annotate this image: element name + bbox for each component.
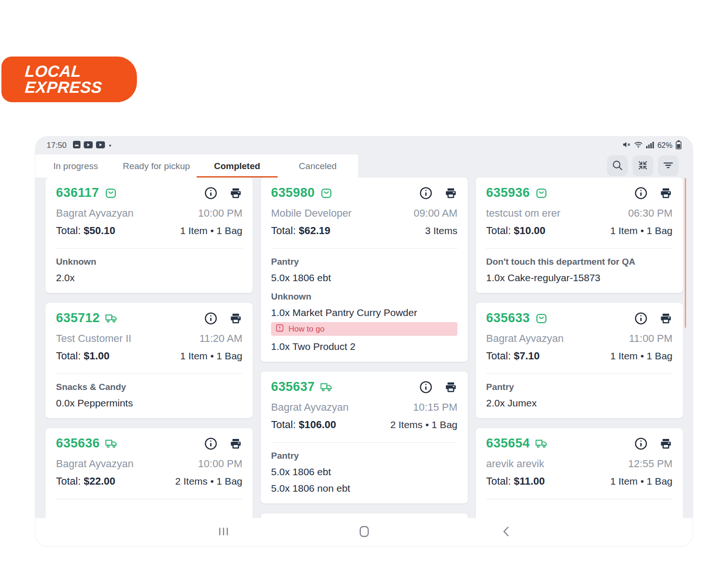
divider: [271, 442, 457, 443]
department-label: Pantry: [486, 382, 672, 392]
search-button[interactable]: [607, 155, 628, 176]
play-notification-icon: [96, 141, 105, 150]
order-info-button[interactable]: [634, 311, 648, 325]
order-info-button[interactable]: [204, 437, 218, 451]
divider: [56, 499, 242, 499]
status-bar: 17:50 62%: [35, 137, 693, 154]
item-warning-chip: How to go: [271, 322, 457, 336]
bag-icon: [535, 187, 548, 199]
order-info-button[interactable]: [419, 186, 433, 200]
card-header: 635633: [486, 311, 672, 325]
customer-name: Mobile Developer: [271, 207, 352, 219]
order-item: 2.0x: [56, 272, 242, 284]
back-button[interactable]: [500, 524, 512, 541]
status-time: 17:50: [47, 141, 67, 150]
warning-text: How to go: [288, 324, 325, 334]
print-order-button[interactable]: [444, 381, 457, 394]
orders-column: 636117Bagrat Ayvazyan10:00 PMTotal: $50.…: [46, 178, 253, 518]
items-bags-count: 1 Item • 1 Bag: [610, 225, 672, 236]
order-info-button[interactable]: [419, 380, 433, 394]
android-nav-bar: [35, 518, 693, 546]
order-card[interactable]: 636117Bagrat Ayvazyan10:00 PMTotal: $50.…: [46, 178, 253, 293]
tab-in-progress[interactable]: In progress: [35, 154, 116, 178]
recents-icon: [218, 527, 229, 538]
card-header: 635980: [271, 186, 457, 200]
order-card[interactable]: 635980Mobile Developer09:00 AMTotal: $62…: [261, 178, 468, 362]
total-amount: $10.00: [514, 225, 545, 236]
order-card[interactable]: 635936testcust om erer06:30 PMTotal: $10…: [476, 178, 683, 293]
items-bags-count: 3 Items: [425, 225, 457, 236]
divider: [486, 248, 672, 249]
order-time: 11:20 AM: [200, 333, 242, 345]
customer-name: Test Customer II: [56, 333, 131, 345]
order-number: 635712: [56, 311, 100, 325]
order-card[interactable]: 635654arevik arevik12:55 PMTotal: $11.00…: [476, 428, 683, 518]
total-amount: $1.00: [84, 350, 110, 362]
order-info-button[interactable]: [204, 186, 218, 200]
scrollbar-thumb[interactable]: [685, 178, 686, 328]
print-order-button[interactable]: [659, 437, 672, 450]
play-notification-icon: [84, 141, 93, 150]
order-item: 5.0x 1806 non ebt: [271, 483, 457, 494]
items-bags-count: 2 Items • 1 Bag: [175, 476, 242, 487]
total-label: Total:: [486, 350, 511, 362]
order-info-button[interactable]: [634, 437, 648, 451]
card-header: 635636: [56, 436, 242, 451]
truck-icon: [320, 381, 333, 392]
card-header: 635654: [486, 436, 672, 451]
print-order-button[interactable]: [659, 187, 672, 200]
tab-canceled[interactable]: Canceled: [278, 154, 359, 178]
order-number: 635633: [486, 311, 530, 325]
customer-name: Bagrat Ayvazyan: [271, 401, 349, 414]
order-card[interactable]: 635637Bagrat Ayvazyan10:15 PMTotal: $106…: [261, 372, 468, 503]
order-item: 1.0x Market Pantry Curry Powder: [271, 307, 457, 318]
print-order-button[interactable]: [229, 437, 242, 450]
total-amount: $22.00: [84, 475, 115, 487]
total-amount: $62.19: [299, 225, 330, 236]
order-card-partial[interactable]: [261, 513, 468, 518]
department-label: Pantry: [271, 257, 457, 267]
mute-icon: [622, 141, 631, 150]
print-order-button[interactable]: [659, 312, 672, 325]
order-status-tabs: In progress Ready for pickup Completed C…: [35, 154, 358, 178]
tab-completed[interactable]: Completed: [197, 154, 278, 178]
items-bags-count: 1 Item • 1 Bag: [610, 476, 672, 487]
customer-name: Bagrat Ayvazyan: [56, 458, 134, 470]
home-icon: [360, 526, 369, 539]
total-label: Total:: [271, 225, 296, 236]
order-info-button[interactable]: [204, 311, 218, 325]
items-bags-count: 1 Item • 1 Bag: [180, 225, 242, 236]
items-bags-count: 1 Item • 1 Bag: [610, 350, 672, 362]
total-label: Total:: [56, 225, 81, 236]
order-item: 0.0x Peppermints: [56, 397, 242, 409]
app-window: 17:50 62% In progress Ready for pickup C…: [35, 137, 693, 546]
gallery-notification-icon: [73, 141, 80, 150]
home-button[interactable]: [357, 523, 372, 542]
logo-line-1: LOCAL: [24, 64, 137, 79]
total-amount: $106.00: [299, 419, 336, 430]
order-card[interactable]: 635712Test Customer II11:20 AMTotal: $1.…: [46, 303, 253, 418]
search-icon: [611, 159, 624, 173]
total-label: Total:: [56, 475, 81, 487]
collapse-button[interactable]: [632, 155, 653, 176]
order-card[interactable]: 635636Bagrat Ayvazyan10:00 PMTotal: $22.…: [46, 428, 253, 518]
header-actions: [607, 155, 679, 176]
total-amount: $7.10: [514, 350, 540, 362]
card-header: 635712: [56, 311, 242, 325]
divider: [56, 248, 242, 249]
print-order-button[interactable]: [444, 187, 457, 200]
divider: [56, 373, 242, 374]
filter-button[interactable]: [658, 155, 679, 176]
order-number: 635637: [271, 380, 315, 394]
orders-column: 635980Mobile Developer09:00 AMTotal: $62…: [261, 178, 468, 518]
print-order-button[interactable]: [229, 187, 242, 200]
order-time: 10:00 PM: [198, 207, 242, 219]
order-number: 635936: [486, 186, 530, 200]
recents-button[interactable]: [216, 524, 232, 541]
order-card[interactable]: 635633Bagrat Ayvazyan11:00 PMTotal: $7.1…: [476, 303, 683, 418]
order-number: 635654: [486, 436, 530, 451]
tab-ready-for-pickup[interactable]: Ready for pickup: [116, 154, 197, 178]
print-order-button[interactable]: [229, 312, 242, 325]
bag-icon: [104, 187, 117, 199]
order-info-button[interactable]: [634, 186, 648, 200]
